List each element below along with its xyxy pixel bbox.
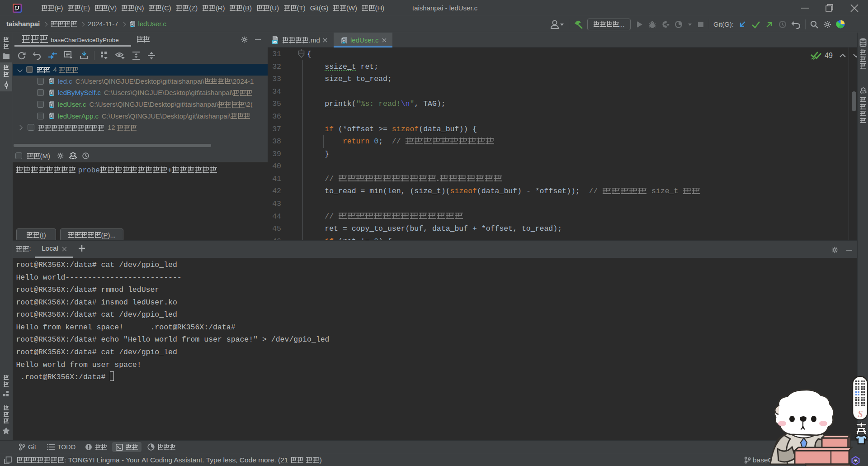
svg-text:S: S	[858, 409, 863, 419]
svg-text:MD: MD	[272, 41, 277, 44]
